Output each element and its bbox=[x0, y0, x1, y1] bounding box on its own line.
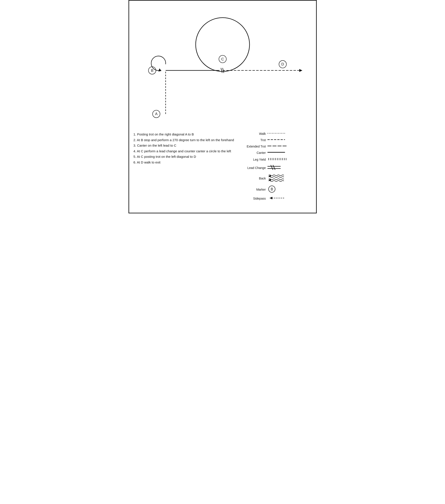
svg-marker-40 bbox=[270, 197, 272, 199]
legend-leg-yield-symbol bbox=[267, 157, 312, 162]
legend-sidepass: Sidepass bbox=[244, 196, 312, 201]
legend-trot-symbol bbox=[267, 138, 312, 142]
svg-line-6 bbox=[221, 68, 222, 73]
instructions-list: 1. Posting trot on the right diagonal A … bbox=[133, 131, 237, 165]
instruction-6: 6. At D walk to exit bbox=[133, 160, 237, 165]
svg-text:B: B bbox=[151, 69, 153, 73]
legend-extended-trot: Extended Trot bbox=[244, 144, 312, 148]
svg-marker-5 bbox=[158, 68, 161, 71]
legend-sidepass-symbol bbox=[267, 196, 312, 201]
legend-walk-label: Walk bbox=[244, 132, 266, 135]
bottom-section: 1. Posting trot on the right diagonal A … bbox=[133, 127, 312, 203]
legend-back-symbol bbox=[267, 174, 312, 183]
legend: Walk Trot Extended Trot bbox=[244, 131, 312, 203]
svg-line-34 bbox=[273, 165, 275, 170]
svg-text:C: C bbox=[221, 57, 224, 61]
instruction-2: 2. At B stop and perform a 270 degree tu… bbox=[133, 137, 237, 143]
legend-marker-label: Marker bbox=[244, 188, 266, 191]
legend-walk-symbol bbox=[267, 131, 312, 136]
svg-marker-4 bbox=[299, 69, 302, 72]
instruction-3: 3. Canter on the left lead to C bbox=[133, 143, 237, 148]
diagram-svg: B C D A bbox=[133, 5, 312, 127]
legend-trot: Trot bbox=[244, 138, 312, 142]
svg-text:A: A bbox=[155, 112, 158, 116]
legend-marker-symbol: B bbox=[267, 185, 312, 194]
legend-sidepass-label: Sidepass bbox=[244, 197, 266, 200]
legend-trot-label: Trot bbox=[244, 138, 266, 142]
legend-leg-yield-label: Leg Yield bbox=[244, 158, 266, 161]
instruction-1: 1. Posting trot on the right diagonal A … bbox=[133, 131, 237, 137]
legend-lead-change-label: Lead Change bbox=[244, 166, 266, 170]
legend-canter-label: Canter bbox=[244, 151, 266, 155]
svg-text:D: D bbox=[281, 62, 284, 66]
page: B C D A 1. Posting trot on the right dia… bbox=[129, 0, 317, 213]
legend-extended-trot-label: Extended Trot bbox=[244, 145, 266, 148]
instruction-5: 5. At C posting trot on the left diagona… bbox=[133, 154, 237, 160]
svg-text:B: B bbox=[271, 187, 273, 191]
diagram-area: B C D A bbox=[133, 5, 312, 127]
legend-canter: Canter bbox=[244, 151, 312, 155]
legend-lead-change: Lead Change bbox=[244, 164, 312, 171]
svg-line-33 bbox=[271, 165, 273, 170]
legend-extended-trot-symbol bbox=[267, 144, 312, 148]
legend-back: Back bbox=[244, 174, 312, 183]
svg-point-0 bbox=[195, 18, 249, 72]
legend-canter-symbol bbox=[267, 151, 312, 155]
legend-back-label: Back bbox=[244, 177, 266, 180]
legend-leg-yield: Leg Yield bbox=[244, 157, 312, 162]
legend-lead-change-symbol bbox=[267, 164, 312, 171]
legend-marker: Marker B bbox=[244, 185, 312, 194]
instruction-4: 4. At C perform a lead change and counte… bbox=[133, 148, 237, 154]
legend-walk: Walk bbox=[244, 131, 312, 136]
